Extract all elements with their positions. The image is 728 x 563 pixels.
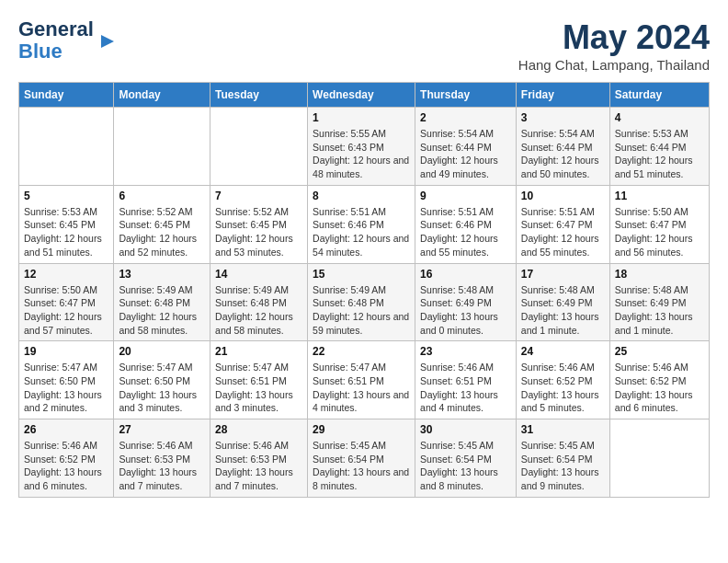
svg-marker-0 (101, 35, 114, 48)
calendar-cell: 6Sunrise: 5:52 AMSunset: 6:45 PMDaylight… (114, 185, 210, 263)
location-subtitle: Hang Chat, Lampang, Thailand (518, 57, 710, 73)
weekday-header-wednesday: Wednesday (308, 83, 415, 108)
weekday-header-friday: Friday (516, 83, 609, 108)
weekday-header-thursday: Thursday (415, 83, 517, 108)
calendar-cell: 27Sunrise: 5:46 AMSunset: 6:53 PMDayligh… (114, 419, 210, 498)
day-info: Sunrise: 5:46 AMSunset: 6:53 PMDaylight:… (119, 439, 205, 493)
weekday-header-row: SundayMondayTuesdayWednesdayThursdayFrid… (19, 83, 710, 108)
day-info: Sunrise: 5:53 AMSunset: 6:45 PMDaylight:… (24, 205, 108, 259)
day-number: 28 (215, 423, 302, 436)
weekday-header-tuesday: Tuesday (210, 83, 308, 108)
day-info: Sunrise: 5:47 AMSunset: 6:50 PMDaylight:… (119, 361, 205, 415)
day-number: 6 (119, 190, 205, 202)
calendar-cell: 16Sunrise: 5:48 AMSunset: 6:49 PMDayligh… (415, 263, 517, 341)
calendar-cell: 22Sunrise: 5:47 AMSunset: 6:51 PMDayligh… (308, 341, 415, 419)
calendar-cell: 21Sunrise: 5:47 AMSunset: 6:51 PMDayligh… (210, 341, 308, 419)
day-number: 27 (119, 423, 205, 436)
day-number: 24 (521, 345, 605, 358)
day-info: Sunrise: 5:45 AMSunset: 6:54 PMDaylight:… (420, 439, 511, 493)
day-number: 4 (615, 111, 704, 124)
day-info: Sunrise: 5:46 AMSunset: 6:52 PMDaylight:… (615, 361, 704, 415)
calendar-cell: 13Sunrise: 5:49 AMSunset: 6:48 PMDayligh… (114, 263, 210, 341)
calendar-cell: 29Sunrise: 5:45 AMSunset: 6:54 PMDayligh… (308, 419, 415, 498)
day-number: 21 (215, 345, 302, 358)
day-number: 7 (215, 190, 302, 202)
calendar-cell: 11Sunrise: 5:50 AMSunset: 6:47 PMDayligh… (609, 185, 709, 263)
month-year-title: May 2024 (518, 18, 710, 57)
day-info: Sunrise: 5:46 AMSunset: 6:52 PMDaylight:… (521, 361, 605, 415)
day-number: 14 (215, 268, 302, 281)
day-info: Sunrise: 5:52 AMSunset: 6:45 PMDaylight:… (119, 205, 205, 259)
calendar-cell: 25Sunrise: 5:46 AMSunset: 6:52 PMDayligh… (609, 341, 709, 419)
logo-arrow-icon (97, 31, 118, 52)
day-number: 31 (521, 423, 605, 436)
day-number: 13 (119, 268, 205, 281)
day-number: 29 (313, 423, 410, 436)
day-info: Sunrise: 5:45 AMSunset: 6:54 PMDaylight:… (313, 439, 410, 493)
calendar-cell: 19Sunrise: 5:47 AMSunset: 6:50 PMDayligh… (19, 341, 114, 419)
day-info: Sunrise: 5:48 AMSunset: 6:49 PMDaylight:… (420, 283, 511, 338)
day-number: 22 (313, 345, 410, 358)
calendar-cell: 20Sunrise: 5:47 AMSunset: 6:50 PMDayligh… (114, 341, 210, 419)
day-number: 8 (313, 190, 410, 202)
calendar-cell: 28Sunrise: 5:46 AMSunset: 6:53 PMDayligh… (210, 419, 308, 498)
day-info: Sunrise: 5:54 AMSunset: 6:44 PMDaylight:… (521, 127, 605, 181)
calendar-week-1: 1Sunrise: 5:55 AMSunset: 6:43 PMDaylight… (19, 108, 710, 186)
calendar-cell: 24Sunrise: 5:46 AMSunset: 6:52 PMDayligh… (516, 341, 609, 419)
day-number: 10 (521, 190, 605, 202)
day-number: 20 (119, 345, 205, 358)
day-info: Sunrise: 5:51 AMSunset: 6:46 PMDaylight:… (313, 205, 410, 259)
calendar-cell: 2Sunrise: 5:54 AMSunset: 6:44 PMDaylight… (415, 108, 517, 186)
calendar-cell: 12Sunrise: 5:50 AMSunset: 6:47 PMDayligh… (19, 263, 114, 341)
calendar-cell: 10Sunrise: 5:51 AMSunset: 6:47 PMDayligh… (516, 185, 609, 263)
calendar-cell: 4Sunrise: 5:53 AMSunset: 6:44 PMDaylight… (609, 108, 709, 186)
day-info: Sunrise: 5:51 AMSunset: 6:47 PMDaylight:… (521, 205, 605, 259)
day-info: Sunrise: 5:48 AMSunset: 6:49 PMDaylight:… (615, 283, 704, 338)
calendar-cell (114, 108, 210, 186)
day-number: 30 (420, 423, 511, 436)
day-info: Sunrise: 5:50 AMSunset: 6:47 PMDaylight:… (24, 283, 108, 338)
day-number: 23 (420, 345, 511, 358)
calendar-cell: 14Sunrise: 5:49 AMSunset: 6:48 PMDayligh… (210, 263, 308, 341)
calendar-week-2: 5Sunrise: 5:53 AMSunset: 6:45 PMDaylight… (19, 185, 710, 263)
logo-general: General (18, 17, 94, 40)
calendar-cell: 23Sunrise: 5:46 AMSunset: 6:51 PMDayligh… (415, 341, 517, 419)
calendar-cell: 1Sunrise: 5:55 AMSunset: 6:43 PMDaylight… (308, 108, 415, 186)
day-info: Sunrise: 5:46 AMSunset: 6:53 PMDaylight:… (215, 439, 302, 493)
day-number: 25 (615, 345, 704, 358)
day-info: Sunrise: 5:47 AMSunset: 6:51 PMDaylight:… (215, 361, 302, 415)
day-info: Sunrise: 5:49 AMSunset: 6:48 PMDaylight:… (215, 283, 302, 338)
calendar-week-3: 12Sunrise: 5:50 AMSunset: 6:47 PMDayligh… (19, 263, 710, 341)
day-info: Sunrise: 5:47 AMSunset: 6:51 PMDaylight:… (313, 361, 410, 415)
calendar-cell: 9Sunrise: 5:51 AMSunset: 6:46 PMDaylight… (415, 185, 517, 263)
calendar-cell: 31Sunrise: 5:45 AMSunset: 6:54 PMDayligh… (516, 419, 609, 498)
day-info: Sunrise: 5:48 AMSunset: 6:49 PMDaylight:… (521, 283, 605, 338)
day-number: 1 (313, 111, 410, 124)
day-number: 5 (24, 190, 108, 202)
day-number: 17 (521, 268, 605, 281)
weekday-header-sunday: Sunday (19, 83, 114, 108)
calendar-week-5: 26Sunrise: 5:46 AMSunset: 6:52 PMDayligh… (19, 419, 710, 498)
day-number: 3 (521, 111, 605, 124)
day-info: Sunrise: 5:52 AMSunset: 6:45 PMDaylight:… (215, 205, 302, 259)
title-block: May 2024 Hang Chat, Lampang, Thailand (518, 18, 710, 73)
day-number: 19 (24, 345, 108, 358)
day-number: 15 (313, 268, 410, 281)
day-number: 11 (615, 190, 704, 202)
calendar-cell (19, 108, 114, 186)
calendar-cell: 3Sunrise: 5:54 AMSunset: 6:44 PMDaylight… (516, 108, 609, 186)
day-info: Sunrise: 5:50 AMSunset: 6:47 PMDaylight:… (615, 205, 704, 259)
day-info: Sunrise: 5:45 AMSunset: 6:54 PMDaylight:… (521, 439, 605, 493)
weekday-header-monday: Monday (114, 83, 210, 108)
calendar-cell: 5Sunrise: 5:53 AMSunset: 6:45 PMDaylight… (19, 185, 114, 263)
day-info: Sunrise: 5:53 AMSunset: 6:44 PMDaylight:… (615, 127, 704, 181)
day-number: 26 (24, 423, 108, 436)
day-info: Sunrise: 5:49 AMSunset: 6:48 PMDaylight:… (313, 283, 410, 338)
day-info: Sunrise: 5:46 AMSunset: 6:52 PMDaylight:… (24, 439, 108, 493)
day-number: 18 (615, 268, 704, 281)
logo: General Blue (18, 18, 118, 63)
calendar-cell: 17Sunrise: 5:48 AMSunset: 6:49 PMDayligh… (516, 263, 609, 341)
calendar-cell: 30Sunrise: 5:45 AMSunset: 6:54 PMDayligh… (415, 419, 517, 498)
calendar-table: SundayMondayTuesdayWednesdayThursdayFrid… (18, 82, 710, 498)
day-number: 12 (24, 268, 108, 281)
